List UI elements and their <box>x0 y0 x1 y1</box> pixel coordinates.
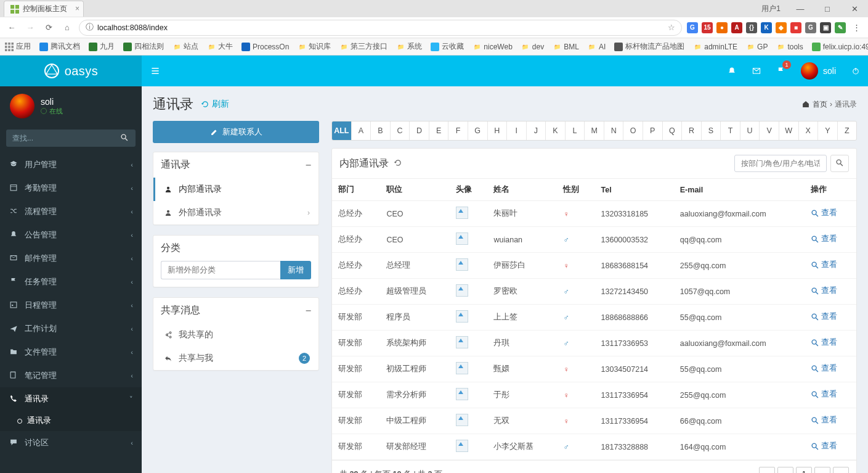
tab-favicon <box>10 5 19 14</box>
address-bar[interactable]: ⓘ localhost:8088/index ☆ <box>79 20 682 36</box>
bookmark-item[interactable]: 标杆物流产品地图 <box>614 41 684 52</box>
svg-rect-9 <box>12 46 14 48</box>
topbar-user[interactable]: soli <box>793 56 843 60</box>
bookmark-item[interactable]: 📁AI <box>588 43 606 51</box>
ext-icon[interactable]: {} <box>746 22 757 33</box>
sidebar-toggle[interactable] <box>142 56 169 60</box>
bookmark-item[interactable]: 应用 <box>5 41 31 52</box>
bookmark-item[interactable]: felix.uicp.io:49487/ <box>812 43 868 51</box>
ext-icon[interactable]: G <box>805 22 816 33</box>
bookmark-item[interactable]: 📁adminLTE <box>693 43 737 51</box>
ext-icon[interactable]: G <box>687 22 698 33</box>
browser-chrome: 控制面板主页 × 用户1 — □ ✕ ← → ⟳ ⌂ ⓘ localhost:8… <box>0 0 868 56</box>
svg-rect-6 <box>12 43 14 45</box>
bookmark-item[interactable]: 腾讯文档 <box>39 41 80 52</box>
ext-icon[interactable]: A <box>731 22 742 33</box>
url-text: localhost:8088/index <box>97 23 168 32</box>
nav-back-icon[interactable]: ← <box>5 21 18 35</box>
bookmark-item[interactable]: 📁BML <box>553 43 579 51</box>
brand-logo[interactable]: oasys <box>0 56 142 60</box>
bookmark-item[interactable]: 云收藏 <box>431 41 464 52</box>
svg-rect-0 <box>10 5 14 9</box>
ext-icon[interactable]: 15 <box>702 22 713 33</box>
topbar-bell[interactable] <box>720 56 744 60</box>
ext-icon[interactable]: ▣ <box>820 22 831 33</box>
tab-title: 控制面板主页 <box>23 4 67 14</box>
bookmark-item[interactable]: ProcessOn <box>241 43 289 51</box>
ext-icon[interactable]: ◆ <box>776 22 787 33</box>
bookmark-item[interactable]: 📁dev <box>521 43 544 51</box>
bookmark-item[interactable]: 📁知识库 <box>298 41 331 52</box>
browser-user-chip[interactable]: 用户1 <box>755 4 787 14</box>
ext-icon[interactable]: ● <box>716 22 728 33</box>
svg-rect-7 <box>5 46 7 48</box>
topbar-power[interactable] <box>843 56 868 60</box>
ext-icon[interactable]: ✎ <box>835 22 846 33</box>
ext-icon[interactable]: ■ <box>790 22 801 33</box>
nav-forward-icon[interactable]: → <box>23 21 37 35</box>
extension-icons: G 15 ● A {} K ◆ ■ G ▣ ✎ ⋮ <box>687 21 863 35</box>
svg-rect-5 <box>8 43 10 45</box>
bookmark-item[interactable]: 📁niceWeb <box>473 43 512 51</box>
svg-rect-12 <box>12 49 14 51</box>
bookmark-bar: 应用腾讯文档九月四相法则📁站点📁大牛ProcessOn📁知识库📁第三方接口📁系统… <box>0 38 868 56</box>
svg-rect-4 <box>5 43 7 45</box>
site-info-icon: ⓘ <box>86 22 94 33</box>
browser-tab[interactable]: 控制面板主页 × <box>4 1 84 17</box>
svg-rect-10 <box>5 49 7 51</box>
bookmark-item[interactable]: 📁tools <box>776 43 803 51</box>
svg-rect-8 <box>8 46 10 48</box>
bookmark-item[interactable]: 📁第三方接口 <box>339 41 387 52</box>
svg-rect-3 <box>15 9 19 13</box>
svg-rect-1 <box>15 5 19 9</box>
tab-close-icon[interactable]: × <box>75 4 79 13</box>
bookmark-item[interactable]: 📁系统 <box>396 41 422 52</box>
topbar-mail[interactable] <box>744 56 769 60</box>
svg-rect-11 <box>8 49 10 51</box>
topbar-flag[interactable]: 1 <box>769 56 793 60</box>
window-close-icon[interactable]: ✕ <box>841 0 868 17</box>
ext-icon[interactable]: K <box>761 22 772 33</box>
bookmark-item[interactable]: 📁大牛 <box>207 41 233 52</box>
window-minimize-icon[interactable]: — <box>787 0 814 17</box>
bookmark-item[interactable]: 九月 <box>89 41 115 52</box>
nav-home-icon[interactable]: ⌂ <box>60 21 74 35</box>
bookmark-star-icon[interactable]: ☆ <box>668 23 675 32</box>
svg-rect-2 <box>10 9 14 13</box>
topbar: oasys 1 soli <box>0 56 868 60</box>
browser-menu-icon[interactable]: ⋮ <box>850 21 863 35</box>
bookmark-item[interactable]: 📁站点 <box>172 41 198 52</box>
bookmark-item[interactable]: 四相法则 <box>123 41 164 52</box>
nav-reload-icon[interactable]: ⟳ <box>42 21 55 35</box>
bookmark-item[interactable]: 📁GP <box>746 43 768 51</box>
window-maximize-icon[interactable]: □ <box>814 0 841 17</box>
